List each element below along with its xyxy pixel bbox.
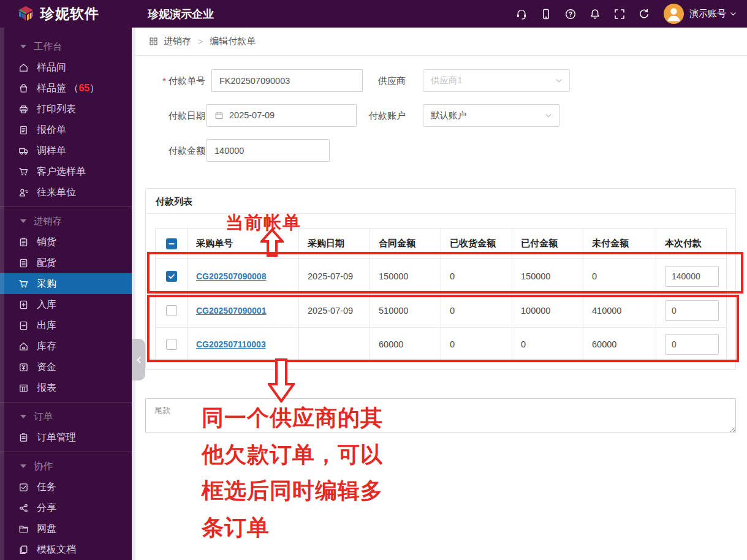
sidebar-group-label: 工作台 [34, 40, 63, 53]
file-minus-icon [18, 320, 29, 331]
triangle-down-icon [20, 415, 26, 418]
sidebar-item-1-5[interactable]: 库存 [0, 336, 132, 357]
sidebar-item-label: 报价单 [37, 124, 66, 137]
po-link[interactable]: CG202507090001 [196, 306, 266, 316]
row-checkbox[interactable] [166, 271, 177, 282]
headset-button[interactable] [509, 0, 534, 28]
task-check-icon [18, 482, 29, 493]
breadcrumb: 进销存 > 编辑付款单 [135, 28, 747, 56]
order-doc-icon [18, 433, 29, 443]
sidebar-item-label: 配货 [37, 257, 56, 270]
file-plus-icon [18, 300, 29, 310]
mobile-button[interactable] [534, 0, 558, 28]
account-menu[interactable]: 演示账号 [689, 8, 747, 20]
help-button[interactable]: ? [558, 0, 583, 28]
sidebar-item-0-0[interactable]: 样品间 [0, 57, 132, 78]
app-logo[interactable]: 珍妮软件 [0, 4, 132, 23]
column-header: 未付金额 [583, 229, 656, 259]
sidebar-group-header[interactable]: 订单 [0, 406, 132, 427]
sidebar-item-1-0[interactable]: 销货 [0, 232, 132, 252]
sidebar-item-3-2[interactable]: 网盘 [0, 518, 132, 539]
payment-date-label: 付款日期 [144, 104, 205, 127]
refresh-button[interactable] [632, 0, 656, 28]
company-name: 珍妮演示企业 [148, 7, 214, 21]
sidebar-group-header[interactable]: 进销存 [0, 211, 132, 232]
supplier-select[interactable]: 供应商1 [423, 69, 570, 92]
headset-icon [515, 8, 528, 20]
sidebar-item-0-3[interactable]: 报价单 [0, 119, 132, 140]
sidebar-item-1-6[interactable]: 资金 [0, 357, 132, 377]
sidebar-item-1-2[interactable]: 采购 [0, 273, 132, 294]
sidebar-item-1-4[interactable]: 出库 [0, 315, 132, 336]
contract-amount-cell: 150000 [370, 259, 441, 294]
sidebar-item-1-1[interactable]: 配货 [0, 252, 132, 273]
received-amount-cell: 0 [441, 294, 512, 328]
sidebar-item-label: 销货 [37, 236, 56, 249]
sidebar-item-1-7[interactable]: 报表 [0, 377, 132, 398]
table-row: CG202507090008 2025-07-09 150000 0 15000… [156, 259, 727, 294]
bell-icon [589, 8, 601, 20]
avatar[interactable] [664, 4, 684, 24]
sidebar-collapse-handle[interactable] [132, 339, 145, 380]
po-link[interactable]: CG202507110003 [196, 339, 266, 349]
column-header: 已付金额 [512, 229, 583, 259]
sidebar-item-0-4[interactable]: 调样单 [0, 140, 132, 161]
column-header: 采购日期 [299, 229, 370, 259]
sidebar-group-header[interactable]: 工作台 [0, 36, 132, 57]
sidebar-item-label: 报表 [37, 382, 56, 395]
breadcrumb-page: 编辑付款单 [210, 36, 256, 47]
sidebar-item-label: 网盘 [37, 523, 56, 535]
sidebar-scrollbar[interactable] [0, 28, 4, 560]
sidebar-item-0-1[interactable]: 样品篮 （65） [0, 78, 132, 99]
current-payment-input[interactable] [665, 266, 719, 287]
breadcrumb-module[interactable]: 进销存 [164, 36, 191, 47]
app-header: 珍妮软件 珍妮演示企业 ? 演示账号 [0, 0, 747, 28]
payment-amount-label: 付款金额 [144, 139, 205, 162]
bell-button[interactable] [583, 0, 607, 28]
unpaid-amount-cell: 410000 [583, 294, 656, 328]
sidebar-item-0-5[interactable]: 客户选样单 [0, 161, 132, 182]
sidebar-item-1-3[interactable]: 入库 [0, 294, 132, 315]
current-payment-input[interactable] [665, 334, 719, 355]
received-amount-cell: 0 [441, 328, 512, 361]
sidebar-item-3-0[interactable]: 任务 [0, 477, 132, 498]
header-actions: ? [509, 0, 656, 28]
paid-amount-cell: 150000 [512, 259, 583, 294]
sidebar-item-label: 往来单位 [37, 186, 76, 199]
sidebar-item-label: 订单管理 [37, 431, 76, 444]
payment-account-select[interactable]: 默认账户 [423, 104, 559, 127]
row-checkbox[interactable] [166, 305, 177, 316]
sales-doc-icon [18, 237, 29, 248]
sidebar-item-label: 资金 [37, 361, 56, 374]
chevron-down-icon [555, 77, 563, 85]
sidebar-item-2-0[interactable]: 订单管理 [0, 427, 132, 448]
sidebar-group-header[interactable]: 协作 [0, 456, 132, 477]
fullscreen-button[interactable] [607, 0, 632, 28]
apps-grid-icon [149, 37, 158, 46]
home-icon [18, 62, 29, 73]
sidebar-item-0-6[interactable]: 往来单位 [0, 182, 132, 203]
sidebar-item-label: 样品间 [37, 61, 66, 74]
current-payment-input[interactable] [665, 300, 719, 321]
cart-icon [18, 167, 29, 177]
sidebar-item-label: 采购 [37, 278, 56, 290]
chevron-down-icon [729, 10, 737, 18]
table-row: CG202507090001 2025-07-09 510000 0 10000… [156, 294, 727, 328]
report-table-icon [18, 383, 29, 393]
chevron-left-icon [135, 356, 143, 364]
paid-amount-cell: 0 [512, 328, 583, 361]
fullscreen-icon [613, 8, 626, 20]
sidebar-item-label: 调样单 [37, 145, 66, 157]
dispatch-doc-icon [18, 258, 29, 268]
payment-no-input[interactable] [211, 69, 363, 92]
po-link[interactable]: CG202507090008 [196, 271, 266, 281]
tail-payment-textarea[interactable] [145, 398, 736, 433]
sidebar-item-0-2[interactable]: 打印列表 [0, 99, 132, 119]
sidebar-item-3-1[interactable]: 分享 [0, 498, 132, 518]
row-checkbox[interactable] [166, 339, 177, 350]
supplier-value: 供应商1 [431, 75, 463, 86]
select-all-checkbox[interactable] [166, 238, 177, 249]
payment-amount-input[interactable] [207, 139, 330, 162]
sidebar-item-3-3[interactable]: 模板文档 [0, 539, 132, 560]
payment-date-input[interactable]: 2025-07-09 [207, 104, 357, 127]
